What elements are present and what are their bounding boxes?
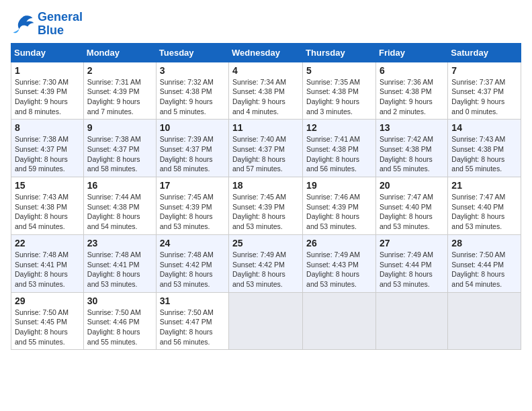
day-detail: Sunrise: 7:48 AMSunset: 4:42 PMDaylight:… (160, 250, 225, 289)
day-number: 7 (451, 65, 517, 76)
day-detail: Sunrise: 7:37 AMSunset: 4:37 PMDaylight:… (451, 77, 517, 117)
calendar-col-thursday: Thursday (303, 43, 376, 62)
calendar-cell: 3Sunrise: 7:32 AMSunset: 4:38 PMDaylight… (156, 62, 228, 120)
day-detail: Sunrise: 7:48 AMSunset: 4:41 PMDaylight:… (87, 250, 152, 289)
day-number: 5 (306, 65, 372, 76)
calendar-cell: 11Sunrise: 7:40 AMSunset: 4:37 PMDayligh… (229, 120, 303, 177)
day-number: 19 (306, 180, 372, 191)
calendar-cell: 23Sunrise: 7:48 AMSunset: 4:41 PMDayligh… (83, 234, 156, 292)
day-number: 1 (15, 65, 80, 76)
calendar-cell: 6Sunrise: 7:36 AMSunset: 4:38 PMDaylight… (375, 62, 447, 120)
day-detail: Sunrise: 7:35 AMSunset: 4:38 PMDaylight:… (306, 77, 372, 117)
page-header: General Blue (11, 11, 521, 38)
calendar-cell: 20Sunrise: 7:47 AMSunset: 4:40 PMDayligh… (375, 177, 447, 235)
day-number: 6 (380, 65, 444, 76)
day-detail: Sunrise: 7:40 AMSunset: 4:37 PMDaylight:… (232, 134, 299, 174)
day-detail: Sunrise: 7:50 AMSunset: 4:44 PMDaylight:… (451, 250, 517, 289)
day-detail: Sunrise: 7:39 AMSunset: 4:37 PMDaylight:… (160, 134, 225, 174)
day-detail: Sunrise: 7:32 AMSunset: 4:38 PMDaylight:… (160, 77, 225, 117)
calendar-cell: 4Sunrise: 7:34 AMSunset: 4:38 PMDaylight… (229, 62, 303, 120)
calendar-week-2: 8Sunrise: 7:38 AMSunset: 4:37 PMDaylight… (11, 120, 521, 177)
day-number: 24 (160, 238, 225, 248)
calendar-cell (448, 292, 521, 350)
calendar-week-3: 15Sunrise: 7:43 AMSunset: 4:38 PMDayligh… (11, 177, 521, 235)
day-number: 18 (232, 180, 299, 191)
day-detail: Sunrise: 7:50 AMSunset: 4:46 PMDaylight:… (87, 308, 152, 347)
day-number: 30 (87, 295, 152, 306)
day-number: 8 (15, 122, 80, 133)
day-number: 3 (160, 65, 225, 76)
calendar-cell: 15Sunrise: 7:43 AMSunset: 4:38 PMDayligh… (11, 177, 84, 235)
calendar-cell: 5Sunrise: 7:35 AMSunset: 4:38 PMDaylight… (303, 62, 376, 120)
day-detail: Sunrise: 7:30 AMSunset: 4:39 PMDaylight:… (15, 77, 80, 117)
day-detail: Sunrise: 7:44 AMSunset: 4:38 PMDaylight:… (87, 192, 152, 232)
calendar-table: SundayMondayTuesdayWednesdayThursdayFrid… (11, 43, 521, 351)
day-number: 21 (451, 180, 517, 191)
calendar-cell: 14Sunrise: 7:43 AMSunset: 4:38 PMDayligh… (448, 120, 521, 177)
calendar-cell: 21Sunrise: 7:47 AMSunset: 4:40 PMDayligh… (448, 177, 521, 235)
calendar-cell: 28Sunrise: 7:50 AMSunset: 4:44 PMDayligh… (448, 234, 521, 292)
day-detail: Sunrise: 7:45 AMSunset: 4:39 PMDaylight:… (160, 192, 225, 232)
day-number: 31 (160, 295, 225, 306)
day-detail: Sunrise: 7:38 AMSunset: 4:37 PMDaylight:… (15, 134, 80, 174)
day-detail: Sunrise: 7:43 AMSunset: 4:38 PMDaylight:… (451, 134, 517, 174)
calendar-cell: 22Sunrise: 7:48 AMSunset: 4:41 PMDayligh… (11, 234, 84, 292)
day-detail: Sunrise: 7:49 AMSunset: 4:42 PMDaylight:… (232, 250, 299, 289)
day-detail: Sunrise: 7:41 AMSunset: 4:38 PMDaylight:… (306, 134, 372, 174)
day-number: 10 (160, 122, 225, 133)
day-number: 9 (87, 122, 152, 133)
calendar-cell (229, 292, 303, 350)
calendar-cell (375, 292, 447, 350)
calendar-col-wednesday: Wednesday (229, 43, 303, 62)
day-number: 29 (15, 295, 80, 306)
day-number: 14 (451, 122, 517, 133)
day-detail: Sunrise: 7:47 AMSunset: 4:40 PMDaylight:… (451, 192, 517, 232)
calendar-col-friday: Friday (375, 43, 447, 62)
day-number: 25 (232, 238, 299, 248)
calendar-week-5: 29Sunrise: 7:50 AMSunset: 4:45 PMDayligh… (11, 292, 521, 350)
logo-text: General Blue (38, 11, 83, 38)
day-number: 12 (306, 122, 372, 133)
day-detail: Sunrise: 7:48 AMSunset: 4:41 PMDaylight:… (15, 250, 80, 289)
day-detail: Sunrise: 7:49 AMSunset: 4:43 PMDaylight:… (306, 250, 372, 289)
calendar-cell: 19Sunrise: 7:46 AMSunset: 4:39 PMDayligh… (303, 177, 376, 235)
day-number: 23 (87, 238, 152, 248)
calendar-cell: 7Sunrise: 7:37 AMSunset: 4:37 PMDaylight… (448, 62, 521, 120)
day-detail: Sunrise: 7:38 AMSunset: 4:37 PMDaylight:… (87, 134, 152, 174)
calendar-cell: 2Sunrise: 7:31 AMSunset: 4:39 PMDaylight… (83, 62, 156, 120)
day-detail: Sunrise: 7:45 AMSunset: 4:39 PMDaylight:… (232, 192, 299, 232)
day-detail: Sunrise: 7:34 AMSunset: 4:38 PMDaylight:… (232, 77, 299, 117)
calendar-cell: 12Sunrise: 7:41 AMSunset: 4:38 PMDayligh… (303, 120, 376, 177)
day-number: 17 (160, 180, 225, 191)
calendar-cell: 13Sunrise: 7:42 AMSunset: 4:38 PMDayligh… (375, 120, 447, 177)
day-detail: Sunrise: 7:50 AMSunset: 4:45 PMDaylight:… (15, 308, 80, 347)
calendar-col-sunday: Sunday (11, 43, 84, 62)
day-number: 26 (306, 238, 372, 248)
day-detail: Sunrise: 7:49 AMSunset: 4:44 PMDaylight:… (380, 250, 444, 289)
day-number: 11 (232, 122, 299, 133)
logo: General Blue (11, 11, 83, 38)
calendar-cell: 26Sunrise: 7:49 AMSunset: 4:43 PMDayligh… (303, 234, 376, 292)
day-detail: Sunrise: 7:31 AMSunset: 4:39 PMDaylight:… (87, 77, 152, 117)
day-number: 22 (15, 238, 80, 248)
calendar-col-saturday: Saturday (448, 43, 521, 62)
day-number: 16 (87, 180, 152, 191)
day-number: 4 (232, 65, 299, 76)
calendar-header-row: SundayMondayTuesdayWednesdayThursdayFrid… (11, 43, 521, 62)
calendar-cell: 31Sunrise: 7:50 AMSunset: 4:47 PMDayligh… (156, 292, 228, 350)
day-detail: Sunrise: 7:36 AMSunset: 4:38 PMDaylight:… (380, 77, 444, 117)
logo-bird-icon (11, 12, 35, 36)
calendar-cell: 16Sunrise: 7:44 AMSunset: 4:38 PMDayligh… (83, 177, 156, 235)
calendar-cell: 29Sunrise: 7:50 AMSunset: 4:45 PMDayligh… (11, 292, 84, 350)
day-number: 28 (451, 238, 517, 248)
calendar-cell (303, 292, 376, 350)
calendar-col-monday: Monday (83, 43, 156, 62)
calendar-cell: 10Sunrise: 7:39 AMSunset: 4:37 PMDayligh… (156, 120, 228, 177)
calendar-cell: 17Sunrise: 7:45 AMSunset: 4:39 PMDayligh… (156, 177, 228, 235)
calendar-cell: 18Sunrise: 7:45 AMSunset: 4:39 PMDayligh… (229, 177, 303, 235)
calendar-week-1: 1Sunrise: 7:30 AMSunset: 4:39 PMDaylight… (11, 62, 521, 120)
calendar-cell: 9Sunrise: 7:38 AMSunset: 4:37 PMDaylight… (83, 120, 156, 177)
calendar-cell: 8Sunrise: 7:38 AMSunset: 4:37 PMDaylight… (11, 120, 84, 177)
day-number: 20 (380, 180, 444, 191)
calendar-cell: 27Sunrise: 7:49 AMSunset: 4:44 PMDayligh… (375, 234, 447, 292)
